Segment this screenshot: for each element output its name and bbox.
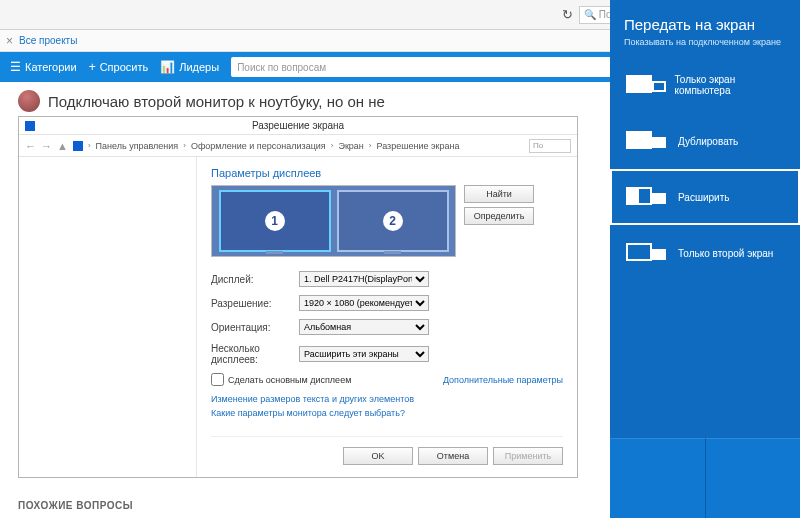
detect-button[interactable]: Определить: [464, 207, 534, 225]
pc-only-label: Только экран компьютера: [675, 74, 785, 96]
display-settings-window: Разрешение экрана ← → ▲ › Панель управле…: [18, 116, 578, 478]
chevron-icon: ›: [331, 141, 334, 150]
chevron-icon: ›: [369, 141, 372, 150]
orientation-select[interactable]: Альбомная: [299, 319, 429, 335]
charm-tiles: [610, 438, 800, 518]
window-breadcrumb-bar: ← → ▲ › Панель управления › Оформление и…: [19, 135, 577, 157]
primary-display-row: Сделать основным дисплеем Дополнительные…: [211, 373, 563, 386]
plus-icon: +: [89, 60, 96, 74]
breadcrumb-item[interactable]: Оформление и персонализация: [191, 141, 326, 151]
second-only-label: Только второй экран: [678, 248, 773, 259]
display-2-number: 2: [383, 211, 403, 231]
extend-icon: [626, 185, 668, 209]
primary-display-label: Сделать основным дисплеем: [228, 375, 351, 385]
project-panel: Передать на экран Показывать на подключе…: [610, 0, 800, 518]
params-heading: Параметры дисплеев: [211, 167, 563, 179]
apply-button[interactable]: Применить: [493, 447, 563, 465]
nav-categories-label: Категории: [25, 61, 77, 73]
close-icon[interactable]: ×: [6, 34, 13, 48]
orientation-label: Ориентация:: [211, 322, 299, 333]
chevron-icon: ›: [183, 141, 186, 150]
pc-icon: [73, 141, 83, 151]
project-duplicate[interactable]: Дублировать: [610, 113, 800, 169]
question-title: Подключаю второй монитор к ноутбуку, но …: [48, 93, 385, 110]
resolution-label: Разрешение:: [211, 298, 299, 309]
window-icon: [25, 121, 35, 131]
window-titlebar[interactable]: Разрешение экрана: [19, 117, 577, 135]
display-select[interactable]: 1. Dell P2417H(DisplayPort): [299, 271, 429, 287]
display-arrangement-row: 1 2 Найти Определить: [211, 185, 563, 257]
form-rows: Дисплей: 1. Dell P2417H(DisplayPort) Раз…: [211, 271, 563, 365]
project-extend[interactable]: Расширить: [610, 169, 800, 225]
window-title: Разрешение экрана: [252, 120, 344, 131]
back-icon[interactable]: ←: [25, 140, 36, 152]
nav-leaders[interactable]: 📊 Лидеры: [160, 60, 219, 74]
display-arrangement-canvas[interactable]: 1 2: [211, 185, 456, 257]
chart-icon: 📊: [160, 60, 175, 74]
project-second-only[interactable]: Только второй экран: [610, 225, 800, 281]
display-side-buttons: Найти Определить: [464, 185, 534, 225]
tile[interactable]: [706, 438, 801, 518]
nav-ask-label: Спросить: [100, 61, 149, 73]
site-search-placeholder: Поиск по вопросам: [237, 62, 326, 73]
primary-display-checkbox[interactable]: [211, 373, 224, 386]
bookmark-all-projects[interactable]: Все проекты: [19, 35, 77, 46]
additional-params-link[interactable]: Дополнительные параметры: [443, 375, 563, 385]
question-avatar: [18, 90, 40, 112]
multi-label: Несколько дисплеев:: [211, 343, 299, 365]
breadcrumb-item[interactable]: Экран: [338, 141, 363, 151]
up-icon[interactable]: ▲: [57, 140, 68, 152]
breadcrumb-item[interactable]: Разрешение экрана: [376, 141, 459, 151]
display-1-number: 1: [265, 211, 285, 231]
resolution-select[interactable]: 1920 × 1080 (рекомендуется): [299, 295, 429, 311]
forward-icon[interactable]: →: [41, 140, 52, 152]
monitor-params-link[interactable]: Какие параметры монитора следует выбрать…: [211, 408, 563, 418]
breadcrumb-item[interactable]: Панель управления: [96, 141, 179, 151]
nav-leaders-label: Лидеры: [179, 61, 219, 73]
nav-ask[interactable]: + Спросить: [89, 60, 149, 74]
chevron-icon: ›: [88, 141, 91, 150]
pc-only-icon: [626, 73, 665, 97]
display-stand: [266, 251, 283, 254]
second-only-icon: [626, 241, 668, 265]
display-2[interactable]: 2: [337, 190, 449, 252]
duplicate-label: Дублировать: [678, 136, 738, 147]
display-stand: [384, 251, 401, 254]
project-panel-subtitle: Показывать на подключенном экране: [610, 37, 800, 57]
project-panel-title: Передать на экран: [610, 0, 800, 37]
window-search-input[interactable]: По: [529, 139, 571, 153]
project-pc-only[interactable]: Только экран компьютера: [610, 57, 800, 113]
window-body: Параметры дисплеев 1 2 Найти: [19, 157, 577, 477]
categories-icon: ☰: [10, 60, 21, 74]
nav-categories[interactable]: ☰ Категории: [10, 60, 77, 74]
window-main-panel: Параметры дисплеев 1 2 Найти: [197, 157, 577, 477]
find-button[interactable]: Найти: [464, 185, 534, 203]
display-1[interactable]: 1: [219, 190, 331, 252]
help-links: Изменение размеров текста и других элеме…: [211, 394, 563, 418]
multi-display-select[interactable]: Расширить эти экраны: [299, 346, 429, 362]
display-label: Дисплей:: [211, 274, 299, 285]
tile[interactable]: [610, 438, 706, 518]
duplicate-icon: [626, 129, 668, 153]
dialog-buttons: OK Отмена Применить: [211, 436, 563, 465]
window-left-panel: [19, 157, 197, 477]
text-size-link[interactable]: Изменение размеров текста и других элеме…: [211, 394, 563, 404]
extend-label: Расширить: [678, 192, 729, 203]
refresh-icon[interactable]: ↻: [562, 7, 573, 22]
cancel-button[interactable]: Отмена: [418, 447, 488, 465]
search-icon: 🔍: [584, 9, 596, 20]
ok-button[interactable]: OK: [343, 447, 413, 465]
